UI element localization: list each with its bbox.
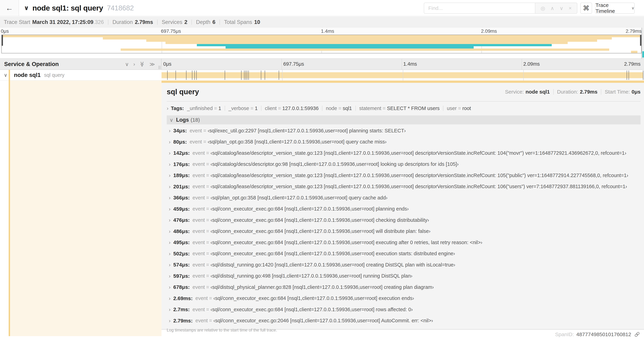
tick-label: 2.79ms — [624, 61, 640, 67]
log-row[interactable]: ›142μs:event = ‹sql/catalog/lease/descri… — [167, 147, 640, 159]
chevron-right-icon[interactable]: › — [169, 295, 170, 301]
log-field-key: event — [196, 318, 208, 323]
keyboard-shortcuts-button[interactable]: ⌘ — [580, 3, 592, 14]
meta-label: Start Time: — [605, 89, 630, 95]
chevron-right-icon[interactable]: › — [169, 228, 170, 234]
log-row[interactable]: ›80μs:event = ‹sql/plan_opt.go:358 [nsql… — [167, 136, 640, 148]
log-row[interactable]: ›201μs:event = ‹sql/catalog/lease/descri… — [167, 181, 640, 192]
prev-match-icon[interactable]: ∧ — [550, 5, 554, 11]
span-duration-bar[interactable] — [162, 72, 643, 78]
log-row[interactable]: ›2.69ms:event = ‹sql/conn_executor_exec.… — [167, 293, 640, 304]
minimap-span-bar — [103, 37, 612, 40]
span-row-label[interactable]: ∨ node sql1 sql query — [0, 70, 162, 81]
log-row[interactable]: ›366μs:event = ‹sql/plan_opt.go:358 [nsq… — [167, 192, 640, 203]
back-button[interactable]: ← — [0, 0, 19, 16]
collapse-all-icon[interactable]: ≫ — [139, 61, 145, 67]
chevron-right-icon[interactable]: › — [169, 206, 170, 212]
link-icon[interactable] — [634, 331, 640, 337]
minimap-span-bar — [631, 51, 638, 53]
log-row[interactable]: ›574μs:event = ‹sql/distsql_running.go:1… — [167, 259, 640, 270]
chevron-down-icon[interactable]: ∨ — [4, 72, 8, 78]
log-row[interactable]: ›176μs:event = ‹sql/catalog/descs/descri… — [167, 159, 640, 170]
log-field-value: ‹sql/conn_executor_exec.go:2046 [nsql1,c… — [214, 318, 433, 323]
log-field-key: event — [192, 273, 205, 279]
log-row[interactable]: ›502μs:event = ‹sql/conn_executor_exec.g… — [167, 248, 640, 259]
equals-sign: = — [205, 262, 210, 267]
viewport-left-handle[interactable] — [2, 35, 3, 46]
log-timestamp: 597μs: — [173, 273, 190, 279]
tags-row[interactable]: › Tags: _unfinished=1_verbose=1client=12… — [167, 105, 640, 111]
log-row[interactable]: ›459μs:event = ‹sql/conn_executor_exec.g… — [167, 203, 640, 215]
span-detail-title: sql query — [167, 88, 199, 96]
tick-label: 2.79ms — [626, 29, 642, 34]
summary-value: 2 — [184, 19, 187, 25]
viewport-right-handle[interactable] — [640, 35, 641, 46]
chevron-right-icon[interactable]: › — [169, 239, 170, 245]
log-row[interactable]: ›34μs:event = ‹sql/exec_util.go:2297 [ns… — [167, 125, 640, 136]
minimap-canvas[interactable] — [2, 35, 642, 53]
log-tick — [186, 71, 186, 80]
log-field-key: event — [192, 161, 205, 167]
chevron-right-icon[interactable]: › — [169, 318, 170, 324]
tag-value: 1 — [218, 106, 221, 111]
equals-sign: = — [208, 318, 214, 323]
chevron-right-icon[interactable]: › — [169, 306, 170, 312]
log-row[interactable]: ›678μs:event = ‹sql/distsql_physical_pla… — [167, 281, 640, 293]
equals-sign: = — [205, 150, 210, 156]
log-row[interactable]: ›2.79ms:event = ‹sql/conn_executor_exec.… — [167, 315, 640, 326]
expand-one-icon[interactable]: › — [133, 61, 135, 67]
log-row[interactable]: ›2.7ms:event = ‹sql/conn_executor_exec.g… — [167, 304, 640, 315]
chevron-right-icon[interactable]: › — [169, 251, 170, 257]
chevron-right-icon[interactable]: › — [169, 195, 170, 201]
log-row[interactable]: ›495μs:event = ‹sql/conn_executor_exec.g… — [167, 237, 640, 248]
equals-sign: = — [205, 195, 210, 200]
log-field-key: event — [192, 284, 205, 290]
collapse-one-icon[interactable]: ∨ — [125, 61, 129, 67]
chevron-down-icon[interactable]: ∨ — [24, 4, 29, 12]
chevron-right-icon[interactable]: › — [169, 139, 170, 145]
log-tick — [247, 71, 247, 80]
detail-accent-strip — [162, 81, 644, 83]
log-timestamp: 176μs: — [173, 161, 190, 167]
log-row[interactable]: ›189μs:event = ‹sql/catalog/lease/descri… — [167, 170, 640, 181]
chevron-right-icon[interactable]: › — [169, 262, 170, 268]
tick-label: 0μs — [163, 61, 172, 67]
gridline — [282, 59, 282, 70]
clear-search-icon[interactable]: × — [569, 5, 572, 11]
log-row[interactable]: ›476μs:event = ‹sql/conn_executor_exec.g… — [167, 214, 640, 226]
log-message: event = ‹sql/exec_util.go:2297 [nsql1,cl… — [190, 128, 406, 134]
chevron-right-icon[interactable]: › — [169, 284, 170, 290]
summary-value: 6 — [212, 19, 215, 25]
chevron-right-icon[interactable]: › — [169, 172, 170, 178]
chevron-right-icon[interactable]: › — [169, 184, 170, 190]
span-detail-meta: Service:node sql1Duration:2.79msStart Ti… — [505, 89, 640, 95]
column-resize-grip[interactable] — [158, 66, 160, 69]
tag-value: root — [462, 106, 471, 111]
log-message: event = ‹sql/conn_executor_exec.go:684 [… — [192, 240, 482, 245]
trace-view-dropdown[interactable]: Trace Timeline ∨ — [595, 3, 635, 14]
log-row[interactable]: ›486μs:event = ‹sql/conn_executor_exec.g… — [167, 226, 640, 237]
logs-section-header[interactable]: ∨ Logs (18) — [167, 115, 640, 124]
chevron-right-icon[interactable]: › — [167, 105, 168, 111]
summary-label: Total Spans — [224, 19, 252, 25]
find-input[interactable] — [424, 3, 535, 14]
tags-label[interactable]: Tags: — [171, 106, 184, 111]
chevron-right-icon[interactable]: › — [169, 128, 170, 134]
summary-item: Total Spans10 — [224, 19, 260, 25]
log-message: event = ‹sql/conn_executor_exec.go:684 [… — [192, 251, 455, 256]
trace-id: 7418682 — [107, 4, 134, 12]
log-timestamp: 476μs: — [173, 217, 190, 223]
next-match-icon[interactable]: ∨ — [560, 5, 563, 11]
summary-value: 10 — [254, 19, 260, 25]
chevron-right-icon[interactable]: › — [169, 217, 170, 223]
locate-icon[interactable]: ◎ — [541, 5, 545, 11]
chevron-right-icon[interactable]: › — [169, 150, 170, 156]
chevron-down-icon[interactable]: ∨ — [170, 117, 173, 123]
chevron-right-icon[interactable]: › — [169, 273, 170, 279]
log-row[interactable]: ›597μs:event = ‹sql/distsql_running.go:4… — [167, 270, 640, 282]
summary-label: Trace Start — [4, 19, 30, 25]
log-timestamp: 366μs: — [173, 195, 190, 201]
span-timeline-track[interactable] — [162, 70, 644, 81]
expand-all-icon[interactable]: ≫ — [150, 61, 155, 67]
chevron-right-icon[interactable]: › — [169, 161, 170, 167]
